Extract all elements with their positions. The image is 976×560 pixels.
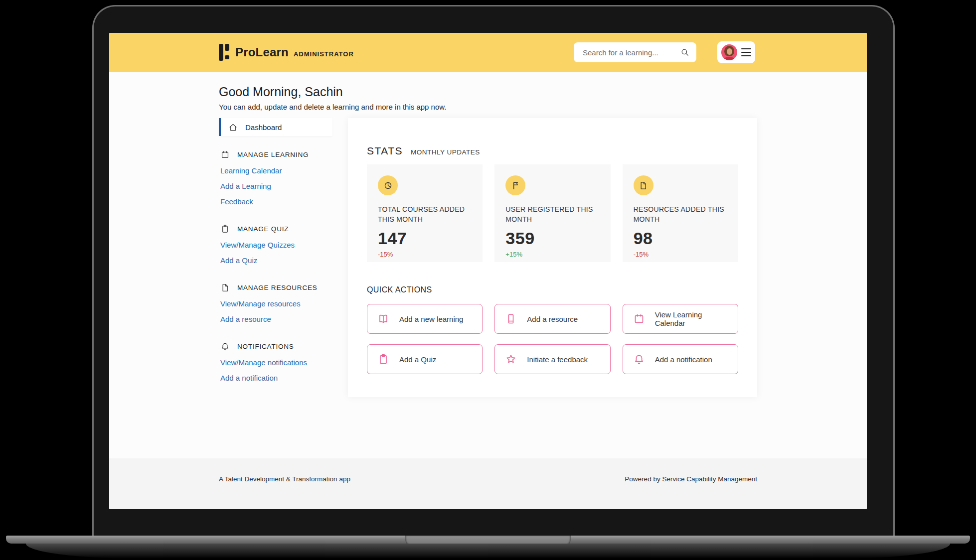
calendar-icon: [633, 313, 645, 325]
sidebar-section-header: NOTIFICATIONS: [219, 342, 332, 351]
sidebar-link-add-a-resource[interactable]: Add a resource: [219, 314, 332, 324]
sidebar-section-header: MANAGE LEARNING: [219, 150, 332, 159]
bell-icon: [633, 353, 645, 365]
document-icon: [634, 175, 653, 195]
document-icon: [220, 283, 230, 292]
dashboard-panel: STATS MONTHLY UPDATES TOTAL COURSES ADDE…: [348, 118, 757, 397]
sidebar: Dashboard MANAGE LEARNING Learning Calen…: [219, 118, 332, 383]
sidebar-section-manage-quiz: MANAGE QUIZ View/Manage Quizzes Add a Qu…: [219, 224, 332, 265]
stats-title: STATS: [367, 144, 403, 158]
sidebar-section-title: NOTIFICATIONS: [237, 342, 294, 351]
pie-chart-icon: [378, 175, 398, 195]
search-icon[interactable]: [680, 48, 689, 57]
brand-role-label: ADMINISTRATOR: [294, 47, 354, 58]
laptop-screen: ProLearn ADMINISTRATOR: [109, 33, 867, 509]
sidebar-section-header: MANAGE RESOURCES: [219, 283, 332, 292]
sidebar-link-view-manage-resources[interactable]: View/Manage resources: [219, 299, 332, 308]
stat-value: 98: [634, 229, 727, 248]
brand-name: ProLearn: [235, 45, 289, 59]
sidebar-section-title: MANAGE RESOURCES: [237, 283, 318, 292]
stats-subtitle: MONTHLY UPDATES: [411, 145, 480, 159]
quick-action-label: Add a notification: [655, 355, 712, 364]
book-icon: [505, 313, 517, 325]
flag-icon: [505, 175, 525, 195]
stats-header: STATS MONTHLY UPDATES: [367, 144, 738, 159]
sidebar-link-view-manage-quizzes[interactable]: View/Manage Quizzes: [219, 240, 332, 250]
sidebar-section-manage-resources: MANAGE RESOURCES View/Manage resources A…: [219, 283, 332, 324]
sidebar-section-manage-learning: MANAGE LEARNING Learning Calendar Add a …: [219, 150, 332, 206]
app-footer: A Talent Development & Transformation ap…: [109, 458, 867, 509]
sidebar-link-add-a-learning[interactable]: Add a Learning: [219, 181, 332, 191]
main-area: Good Morning, Sachin You can add, update…: [109, 72, 867, 458]
sidebar-link-add-a-quiz[interactable]: Add a Quiz: [219, 256, 332, 265]
quick-action-label: Add a new learning: [399, 315, 463, 323]
quick-action-label: Add a resource: [527, 315, 578, 323]
quick-actions-title: QUICK ACTIONS: [367, 285, 738, 295]
view-learning-calendar-button[interactable]: View Learning Calendar: [623, 304, 738, 334]
laptop-base-shadow: [26, 544, 950, 559]
hamburger-menu-icon[interactable]: [741, 48, 751, 57]
header-right: [574, 41, 755, 63]
stat-card-total-courses: TOTAL COURSES ADDED THIS MONTH 147 -15%: [367, 164, 483, 262]
search-input[interactable]: [582, 48, 680, 57]
sidebar-item-dashboard[interactable]: Dashboard: [219, 118, 332, 136]
page-title: Good Morning, Sachin: [219, 85, 757, 99]
clipboard-icon: [220, 224, 230, 234]
sidebar-section-title: MANAGE QUIZ: [237, 224, 289, 234]
stat-value: 147: [378, 229, 472, 248]
avatar[interactable]: [721, 44, 737, 60]
sidebar-item-label: Dashboard: [245, 123, 282, 132]
sidebar-section-header: MANAGE QUIZ: [219, 224, 332, 234]
sidebar-link-feedback[interactable]: Feedback: [219, 197, 332, 206]
quick-action-label: View Learning Calendar: [655, 310, 728, 327]
calendar-icon: [220, 150, 230, 159]
book-open-icon: [377, 313, 389, 325]
page-subtitle: You can add, update and delete a learnin…: [219, 103, 757, 111]
clipboard-icon: [377, 353, 389, 365]
bell-icon: [220, 342, 230, 351]
add-resource-button[interactable]: Add a resource: [494, 304, 610, 334]
add-new-learning-button[interactable]: Add a new learning: [367, 304, 483, 334]
footer-left-text: A Talent Development & Transformation ap…: [219, 475, 350, 483]
sidebar-section-title: MANAGE LEARNING: [237, 150, 309, 159]
stat-value: 359: [505, 229, 599, 248]
stat-card-resources-added: RESOURCES ADDED THIS MONTH 98 -15%: [623, 164, 738, 262]
stat-delta: +15%: [505, 251, 599, 258]
sidebar-section-notifications: NOTIFICATIONS View/Manage notifications …: [219, 342, 332, 383]
add-quiz-button[interactable]: Add a Quiz: [367, 344, 483, 374]
stat-label: USER REGISTERED THIS MONTH: [505, 204, 599, 225]
quick-actions: Add a new learning Add a resource: [367, 304, 738, 374]
quick-action-label: Initiate a feedback: [527, 355, 588, 364]
stat-card-users-registered: USER REGISTERED THIS MONTH 359 +15%: [494, 164, 610, 262]
prolearn-logo-icon: [219, 44, 229, 61]
initiate-feedback-button[interactable]: Initiate a feedback: [494, 344, 610, 374]
star-icon: [505, 353, 517, 365]
footer-right-text: Powered by Service Capability Management: [625, 475, 757, 483]
stat-cards: TOTAL COURSES ADDED THIS MONTH 147 -15% …: [367, 164, 738, 262]
sidebar-link-learning-calendar[interactable]: Learning Calendar: [219, 166, 332, 175]
stat-delta: -15%: [378, 251, 472, 258]
laptop-bezel: ProLearn ADMINISTRATOR: [92, 5, 895, 536]
stat-label: RESOURCES ADDED THIS MONTH: [634, 204, 727, 225]
sidebar-link-add-a-notification[interactable]: Add a notification: [219, 373, 332, 383]
app-header: ProLearn ADMINISTRATOR: [109, 33, 867, 72]
search-box[interactable]: [574, 42, 696, 62]
stat-delta: -15%: [634, 251, 727, 258]
stat-label: TOTAL COURSES ADDED THIS MONTH: [378, 204, 472, 225]
sidebar-link-view-manage-notifications[interactable]: View/Manage notifications: [219, 358, 332, 367]
user-menu[interactable]: [717, 41, 755, 63]
brand: ProLearn ADMINISTRATOR: [219, 44, 354, 61]
home-icon: [228, 123, 238, 132]
add-notification-button[interactable]: Add a notification: [623, 344, 738, 374]
quick-action-label: Add a Quiz: [399, 355, 436, 364]
